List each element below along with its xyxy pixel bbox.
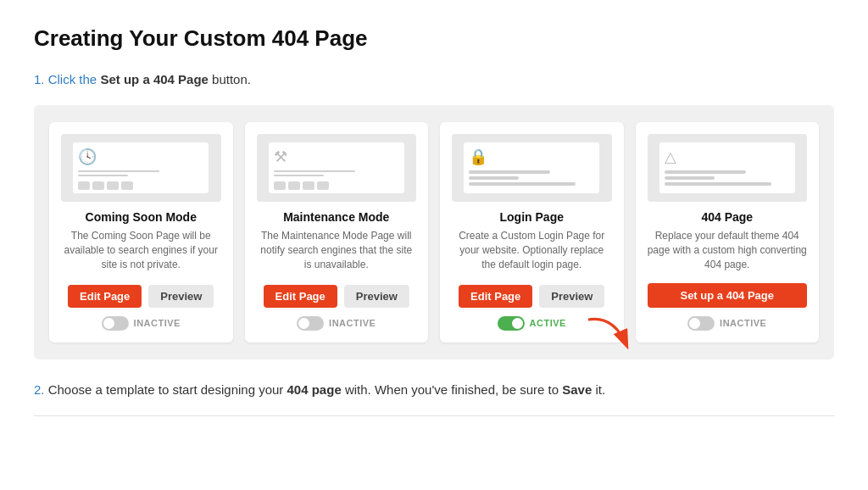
login-status-label: ACTIVE — [530, 318, 566, 328]
coming-soon-desc: The Coming Soon Page will be available t… — [61, 229, 221, 275]
maintenance-desc: The Maintenance Mode Page will notify se… — [257, 229, 417, 275]
card-preview-404: △ — [648, 134, 808, 202]
cards-row: 🕓 Coming Soon Mode The Coming Soon Page … — [49, 122, 819, 342]
preview-block — [288, 181, 300, 190]
card-coming-soon: 🕓 Coming Soon Mode The Coming Soon Page … — [49, 122, 233, 342]
preview-line — [274, 170, 355, 172]
preview-line — [665, 176, 715, 180]
step2-bold2: Save — [562, 382, 592, 397]
preview-block — [317, 181, 329, 190]
login-edit-button[interactable]: Edit Page — [459, 285, 532, 308]
404-status: INACTIVE — [687, 316, 766, 331]
login-status: ACTIVE — [498, 316, 566, 331]
coming-soon-toggle[interactable] — [102, 316, 129, 331]
step2-text-middle: with. When you've finished, be sure to — [342, 382, 563, 397]
coming-soon-edit-button[interactable]: Edit Page — [68, 285, 142, 308]
preview-block — [107, 181, 119, 190]
warning-icon: △ — [665, 148, 676, 166]
maintenance-edit-button[interactable]: Edit Page — [264, 285, 337, 308]
step-2: 2. Choose a template to start designing … — [34, 380, 834, 400]
coming-soon-title: Coming Soon Mode — [86, 210, 197, 224]
preview-line — [665, 182, 771, 186]
coming-soon-status: INACTIVE — [102, 316, 181, 331]
maintenance-buttons: Edit Page Preview — [264, 285, 409, 308]
maintenance-preview-button[interactable]: Preview — [344, 285, 409, 308]
preview-line — [469, 176, 519, 180]
card-preview-login: 🔒 — [452, 134, 612, 202]
preview-block — [303, 181, 314, 190]
preview-line — [469, 182, 576, 186]
coming-soon-preview-button[interactable]: Preview — [148, 285, 214, 308]
preview-line — [78, 170, 159, 172]
arrow-indicator — [580, 307, 639, 358]
preview-line — [469, 170, 550, 174]
bottom-divider — [34, 415, 834, 416]
maintenance-status: INACTIVE — [297, 316, 376, 331]
preview-block — [78, 181, 90, 190]
step1-highlight: Set up a 404 Page — [100, 72, 209, 86]
clock-icon: 🕓 — [78, 148, 97, 166]
login-title: Login Page — [500, 210, 564, 224]
maintenance-toggle[interactable] — [297, 316, 324, 331]
preview-line — [274, 175, 324, 176]
card-preview-maintenance: ⚒ — [257, 134, 417, 202]
404-title: 404 Page — [701, 210, 753, 224]
lock-icon: 🔒 — [469, 148, 487, 166]
card-login: 🔒 Login Page Create a Custom Login Page … — [440, 122, 624, 342]
step-1: 1. Click the Set up a 404 Page button. — [34, 70, 834, 90]
404-status-label: INACTIVE — [720, 318, 766, 328]
card-404: △ 404 Page Replace your default theme 40… — [636, 122, 820, 342]
step2-number: 2. — [34, 382, 45, 397]
404-desc: Replace your default theme 404 page with… — [648, 229, 808, 273]
login-buttons: Edit Page Preview — [459, 285, 604, 308]
maintenance-title: Maintenance Mode — [283, 210, 389, 224]
preview-block — [121, 181, 133, 190]
page-title: Creating Your Custom 404 Page — [34, 25, 834, 52]
preview-line — [78, 175, 128, 176]
wrench-icon: ⚒ — [274, 148, 287, 166]
step1-suffix: button. — [209, 72, 251, 86]
login-preview-button[interactable]: Preview — [539, 285, 604, 308]
step2-text-after: it. — [592, 382, 605, 397]
preview-block — [92, 181, 104, 190]
step2-bold1: 404 page — [287, 382, 342, 397]
preview-line — [665, 170, 746, 174]
preview-block — [274, 181, 286, 190]
404-toggle[interactable] — [687, 316, 715, 331]
setup-404-button[interactable]: Set up a 404 Page — [648, 283, 808, 308]
card-maintenance: ⚒ Maintenance Mode The Maintenance Mode … — [245, 122, 429, 342]
coming-soon-buttons: Edit Page Preview — [68, 285, 214, 308]
coming-soon-status-label: INACTIVE — [134, 318, 181, 328]
card-preview-coming-soon: 🕓 — [61, 134, 221, 202]
login-desc: Create a Custom Login Page for your webs… — [452, 229, 612, 275]
login-toggle[interactable] — [498, 316, 525, 331]
maintenance-status-label: INACTIVE — [329, 318, 376, 328]
cards-panel: 🕓 Coming Soon Mode The Coming Soon Page … — [34, 105, 834, 359]
step2-text-before: Choose a template to start designing you… — [45, 382, 287, 397]
step1-prefix: 1. Click the — [34, 72, 100, 86]
